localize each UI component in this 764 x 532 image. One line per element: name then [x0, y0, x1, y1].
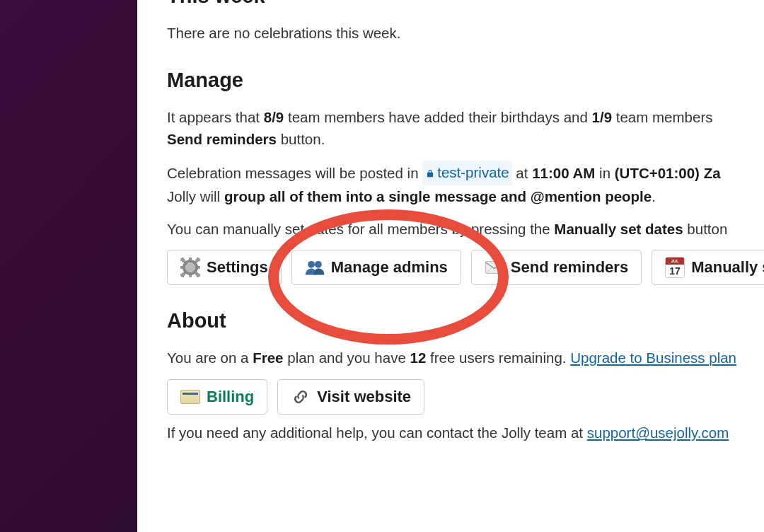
people-icon: [305, 258, 325, 277]
about-support-line: If you need any additional help, you can…: [167, 422, 764, 444]
thisweek-heading: This week: [167, 0, 764, 12]
calendar-icon: JUL 17: [665, 258, 685, 277]
sidebar: [0, 0, 137, 532]
send-reminders-button[interactable]: Send reminders: [471, 250, 642, 285]
manage-admins-button[interactable]: Manage admins: [291, 250, 461, 285]
about-buttons-row: Billing Visit website: [167, 379, 764, 415]
credit-card-icon: [180, 387, 200, 407]
about-heading: About: [167, 305, 764, 337]
settings-button[interactable]: Settings: [167, 250, 282, 285]
manually-set-dates-button[interactable]: JUL 17 Manually set dates: [652, 250, 764, 285]
svg-point-1: [315, 261, 322, 268]
chain-link-icon: [291, 387, 311, 407]
thisweek-empty: There are no celebrations this week.: [167, 22, 764, 45]
lock-icon: [425, 168, 435, 178]
upgrade-link[interactable]: Upgrade to Business plan: [570, 349, 736, 366]
main-content: This week There are no celebrations this…: [137, 0, 764, 532]
manage-buttons-row: Settings Manage admins Send reminders JU…: [167, 250, 764, 285]
svg-point-0: [308, 261, 315, 268]
envelope-icon: [485, 258, 504, 277]
support-email-link[interactable]: support@usejolly.com: [587, 424, 729, 441]
svg-rect-2: [485, 262, 503, 274]
manage-heading: Manage: [167, 64, 764, 96]
manage-manual-line: You can manually set dates for all membe…: [167, 218, 764, 241]
manage-channel-line: Celebration messages will be posted in t…: [167, 161, 764, 208]
channel-link[interactable]: test-private: [422, 161, 511, 185]
visit-website-button[interactable]: Visit website: [277, 379, 424, 415]
manage-birthdays-line: It appears that 8/9 team members have ad…: [167, 106, 764, 151]
billing-button[interactable]: Billing: [167, 379, 267, 415]
gear-icon: [180, 258, 200, 277]
about-plan-line: You are on a Free plan and you have 12 f…: [167, 347, 764, 369]
